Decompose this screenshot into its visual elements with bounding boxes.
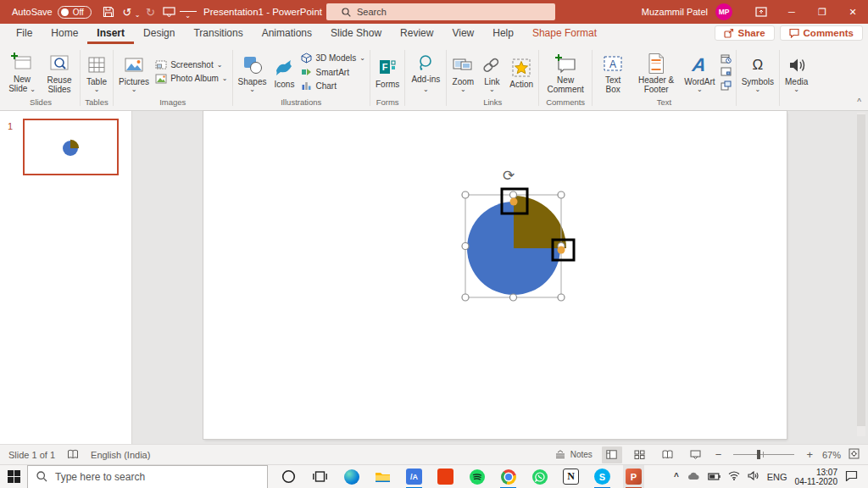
zoom-button[interactable]: Zoom ⌄ [449, 52, 476, 92]
whatsapp-button[interactable] [529, 465, 550, 488]
avatar[interactable]: MP [715, 3, 732, 20]
redo-button[interactable]: ↻ [142, 2, 159, 22]
addins-button[interactable]: Add-ins ⌄ [408, 49, 443, 94]
tab-transitions[interactable]: Transitions [184, 24, 252, 44]
volume-button[interactable] [748, 471, 760, 482]
tab-animations[interactable]: Animations [253, 24, 321, 44]
forms-button[interactable]: F Forms [373, 54, 402, 89]
user-name[interactable]: Muzammil Patel [642, 7, 708, 17]
language-switcher[interactable]: ENG [767, 472, 787, 482]
task-view-button[interactable] [309, 465, 331, 488]
comments-button[interactable]: Comments [780, 25, 863, 41]
rotate-handle-icon[interactable]: ⟳ [503, 167, 515, 185]
wifi-button[interactable] [728, 471, 740, 482]
insert-slide-number-button[interactable] [720, 66, 733, 78]
tab-slide-show[interactable]: Slide Show [321, 24, 391, 44]
titlebar-right: Muzammil Patel MP ─ ❐ ✕ [642, 0, 868, 24]
text-box-button[interactable]: A Text Box [595, 50, 631, 94]
tab-review[interactable]: Review [391, 24, 442, 44]
action-button[interactable]: Action [507, 54, 536, 89]
save-button[interactable] [100, 2, 117, 22]
tab-insert[interactable]: Insert [87, 24, 134, 44]
zoom-slider-thumb[interactable] [757, 450, 760, 459]
language-indicator[interactable]: English (India) [91, 450, 150, 460]
file-explorer-button[interactable] [372, 465, 393, 488]
zoom-slider[interactable] [733, 454, 794, 455]
customize-qat-button[interactable]: ⌄ [180, 11, 197, 19]
taskbar-search-input[interactable]: Type here to search [27, 465, 268, 488]
shapes-button[interactable]: Shapes ⌄ [236, 52, 270, 92]
titlebar-search[interactable]: Search [326, 3, 555, 20]
chrome-button[interactable] [498, 465, 519, 488]
start-slideshow-button[interactable] [161, 2, 178, 22]
spell-check-button[interactable] [67, 449, 79, 461]
share-button[interactable]: Share [715, 25, 775, 41]
zoom-out-button[interactable]: − [714, 448, 724, 461]
cortana-button[interactable] [278, 465, 299, 488]
office-button[interactable] [435, 465, 456, 488]
spotify-button[interactable] [466, 465, 487, 488]
edge-button[interactable] [341, 465, 362, 488]
link-button[interactable]: Link ⌄ [478, 52, 505, 92]
fit-slide-button[interactable] [849, 448, 860, 461]
autosave-switch[interactable]: Off [58, 6, 92, 19]
smartart-icon [301, 67, 312, 77]
undo-dropdown-chevron-icon[interactable]: ⌄ [135, 11, 141, 22]
restore-button[interactable]: ❐ [807, 0, 837, 24]
chart-button[interactable]: Chart [299, 80, 367, 91]
media-button[interactable]: Media ⌄ [782, 52, 810, 92]
tab-file[interactable]: File [7, 24, 42, 44]
zoom-in-button[interactable]: + [804, 448, 815, 461]
normal-view-button[interactable] [602, 446, 622, 463]
tab-help[interactable]: Help [483, 24, 523, 44]
reading-view-button[interactable] [658, 446, 678, 463]
photo-album-button[interactable]: Photo Album ⌄ [153, 74, 229, 84]
autosave-toggle[interactable]: AutoSave Off [12, 6, 92, 19]
minimize-button[interactable]: ─ [776, 0, 807, 24]
new-slide-button[interactable]: New Slide ⌄ [4, 49, 40, 94]
wordart-button[interactable]: A WordArt ⌄ [682, 52, 718, 92]
tab-shape-format[interactable]: Shape Format [523, 24, 606, 44]
slide[interactable]: ⟳ [203, 111, 787, 439]
tray-expand-button[interactable]: ^ [674, 472, 679, 481]
slide-sorter-view-button[interactable] [630, 446, 650, 463]
clock[interactable]: 13:07 04-11-2020 [795, 468, 837, 486]
vertical-scrollbar[interactable] [857, 113, 865, 436]
reuse-slides-button[interactable]: Reuse Slides [42, 50, 77, 94]
table-button[interactable]: Table ⌄ [83, 52, 110, 92]
screenshot-button[interactable]: Screenshot ⌄ [153, 60, 229, 70]
pictures-button[interactable]: Pictures ⌄ [116, 52, 152, 92]
symbols-button[interactable]: Ω Symbols ⌄ [739, 52, 776, 92]
action-center-button[interactable] [845, 470, 858, 483]
battery-button[interactable] [708, 472, 721, 482]
notion-button[interactable]: N [560, 465, 581, 488]
powerpoint-taskbar-button[interactable]: P [623, 465, 644, 488]
skype-button[interactable]: S [592, 465, 613, 488]
start-button[interactable] [0, 465, 27, 488]
tab-home[interactable]: Home [42, 24, 87, 44]
slide-show-view-button[interactable] [686, 446, 706, 463]
svg-text:A: A [609, 58, 616, 69]
icons-button[interactable]: Icons [270, 54, 298, 89]
smartart-label: SmartArt [315, 68, 348, 77]
app-a-button[interactable]: /A [403, 465, 425, 488]
smartart-button[interactable]: SmartArt [299, 67, 367, 77]
screenshot-icon [155, 60, 167, 70]
photo-album-label: Photo Album [170, 74, 219, 83]
new-comment-button[interactable]: New Comment [542, 50, 589, 94]
zoom-level[interactable]: 67% [822, 450, 841, 460]
undo-button[interactable]: ↺ [119, 2, 136, 22]
date-time-button[interactable] [720, 53, 733, 64]
tab-view[interactable]: View [442, 24, 483, 44]
slide-thumbnail[interactable] [23, 119, 119, 175]
notes-button[interactable]: Notes [553, 450, 594, 459]
tab-design[interactable]: Design [134, 24, 184, 44]
collapse-ribbon-button[interactable]: ^ [857, 97, 861, 107]
onedrive-button[interactable] [687, 471, 700, 482]
3d-models-button[interactable]: 3D Models ⌄ [299, 53, 367, 64]
ribbon-display-options-button[interactable] [746, 0, 776, 24]
header-footer-button[interactable]: Header & Footer [632, 50, 680, 94]
insert-object-button[interactable] [720, 80, 733, 92]
scrollbar-thumb[interactable] [857, 114, 865, 426]
close-button[interactable]: ✕ [837, 0, 868, 24]
